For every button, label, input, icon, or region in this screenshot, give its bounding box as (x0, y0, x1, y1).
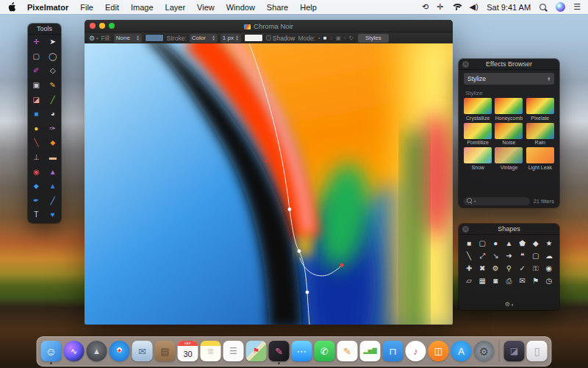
menu-clock[interactable]: Sat 9:41 AM (487, 3, 531, 12)
line-tool[interactable]: ╱ (45, 92, 62, 107)
notification-center-icon[interactable]: ☰ (573, 2, 581, 12)
plus-shape[interactable]: ✚ (462, 262, 476, 275)
dock-messages[interactable]: ⋯ (292, 341, 312, 361)
dock-ibooks[interactable]: ◫ (429, 341, 449, 361)
camera-shape[interactable]: ◙ (489, 275, 502, 287)
window-title-bar[interactable]: Chroma Noir (85, 20, 453, 32)
mode-rotate-icon[interactable]: ↻ (349, 35, 354, 41)
close-icon[interactable]: ✕ (462, 226, 469, 233)
eye-shape[interactable]: ◉ (542, 262, 556, 275)
document-canvas[interactable] (85, 43, 453, 325)
volume-icon[interactable]: ◀⟩ (469, 2, 478, 12)
minimize-window-button[interactable] (99, 23, 105, 29)
line-shape[interactable]: ╲ (462, 250, 476, 262)
eraser-tool[interactable]: ◪ (28, 92, 45, 107)
dock-launchpad[interactable]: ▲ (87, 341, 107, 361)
fill-color-swatch[interactable] (145, 34, 164, 42)
styles-button[interactable]: Styles (358, 34, 389, 43)
spotlight-icon[interactable] (539, 3, 548, 12)
tool-options-gear[interactable]: ⚙▾ (89, 35, 98, 42)
brush-tool[interactable]: ✑ (45, 121, 62, 136)
dock-itunes[interactable]: ♪ (406, 341, 426, 361)
dock-pages[interactable]: ✎ (337, 341, 358, 361)
wifi-icon[interactable] (451, 4, 461, 11)
dock-finder[interactable]: ☺ (41, 341, 62, 361)
menu-window[interactable]: Window (226, 3, 255, 12)
gradient-tool[interactable]: ◕ (45, 107, 62, 121)
effect-rain[interactable]: Rain (526, 123, 555, 146)
layout-status-icon[interactable]: ✛ (437, 2, 443, 12)
dock-maps[interactable]: ⚑ (246, 341, 267, 361)
checkmark-shape[interactable]: ✓ (516, 262, 529, 275)
callout-shape[interactable]: ▢ (529, 250, 542, 262)
speech-bubble-shape[interactable]: ❝ (516, 250, 529, 262)
dock-reminders[interactable]: ☰ (223, 341, 244, 361)
diagonal-arrow-shape[interactable]: ↘ (489, 250, 502, 262)
freeform-pen-tool[interactable]: ╱ (45, 194, 62, 208)
app-menu-title[interactable]: Pixelmator (27, 3, 68, 12)
effect-pointillize[interactable]: Pointillize (463, 123, 492, 146)
dock-keynote[interactable]: ⊓ (383, 341, 404, 361)
right-arrow-shape[interactable]: ➜ (502, 250, 515, 262)
effect-vintage[interactable]: Vintage (494, 147, 523, 170)
menu-edit[interactable]: Edit (105, 3, 119, 12)
polygon-lasso-tool[interactable]: ◇ (45, 63, 62, 78)
mode-circle-icon[interactable]: ○ (329, 35, 333, 41)
paint-bucket-tool[interactable]: ■ (28, 107, 45, 121)
pentagon-shape[interactable]: ⬟ (516, 237, 529, 250)
effect-light-leak[interactable]: Light Leak (526, 147, 555, 170)
dock-system-preferences[interactable]: ⚙ (474, 341, 495, 361)
dock-notes[interactable]: ≣ (201, 341, 221, 361)
dock-appstore[interactable]: A (451, 341, 472, 361)
blur-tool[interactable]: ⬥ (45, 135, 62, 150)
red-eye-tool[interactable]: ◉ (28, 164, 45, 179)
menu-image[interactable]: Image (131, 3, 154, 12)
display-shape[interactable]: ⎙ (502, 275, 515, 287)
dock-mail[interactable]: ✉ (132, 341, 153, 361)
apple-menu-icon[interactable] (7, 2, 17, 13)
diamond-shape[interactable]: ◆ (529, 237, 542, 250)
pen-tool[interactable]: ✒ (28, 194, 45, 208)
effect-noise[interactable]: Noise (494, 123, 523, 146)
rounded-square-shape[interactable]: ▢ (476, 237, 489, 250)
stroke-color-swatch[interactable] (244, 34, 263, 42)
sharpen-tool[interactable]: ▲ (45, 164, 62, 179)
dock-numbers[interactable]: ▂▅▇ (360, 341, 381, 361)
lasso-tool[interactable]: ✐ (28, 63, 45, 78)
dock-documents-stack[interactable]: ◪ (504, 341, 525, 361)
burn-tool[interactable]: ▲ (45, 179, 62, 194)
siri-icon[interactable] (556, 2, 565, 12)
smudge-tool[interactable]: ╲ (28, 135, 45, 150)
effect-pixelate[interactable]: Pixelate (526, 98, 555, 121)
rect-marquee-tool[interactable]: ▢ (28, 49, 45, 64)
menu-share[interactable]: Share (267, 3, 288, 12)
time-machine-icon[interactable]: ⟲ (422, 2, 429, 12)
dock-calendar[interactable]: SEP30 (178, 341, 198, 361)
zoom-window-button[interactable] (109, 23, 115, 29)
arrow-tool[interactable]: ➤ (45, 35, 62, 49)
gear-shape[interactable]: ⚙ (489, 262, 502, 275)
mail-shape[interactable]: ✉ (516, 275, 529, 287)
magnifier-shape[interactable]: ⚲ (502, 262, 515, 275)
triangle-shape[interactable]: ▲ (502, 237, 515, 250)
clone-stamp-tool[interactable]: ⊥ (28, 150, 45, 165)
effects-category-dropdown[interactable]: Stylize (464, 73, 554, 85)
type-tool[interactable]: T (28, 208, 45, 222)
dock-safari[interactable]: ✦ (110, 341, 130, 361)
dock-trash[interactable]: ▯ (527, 341, 548, 361)
folder-shape[interactable]: ▱ (462, 275, 476, 287)
healing-tool[interactable]: ▬ (45, 150, 62, 165)
desktop-wallpaper[interactable]: Pixelmator FileEditImageLayerViewWindowS… (0, 0, 588, 368)
menu-view[interactable]: View (197, 3, 215, 12)
dock-facetime[interactable]: ✆ (315, 341, 335, 361)
cloud-shape[interactable]: ☁ (542, 250, 556, 262)
dock-contacts[interactable]: ▤ (155, 341, 176, 361)
fill-select[interactable]: None (114, 34, 142, 43)
mode-duplicate-icon[interactable]: ▣ (336, 35, 341, 41)
pencil-tool[interactable]: ✎ (45, 78, 62, 93)
transform-tool[interactable]: ▣ (28, 78, 45, 93)
stroke-select[interactable]: Color (190, 34, 218, 43)
menu-file[interactable]: File (80, 3, 93, 12)
mode-square-icon[interactable]: ■ (323, 35, 327, 41)
dock-pixelmator[interactable]: ✎ (269, 341, 290, 361)
